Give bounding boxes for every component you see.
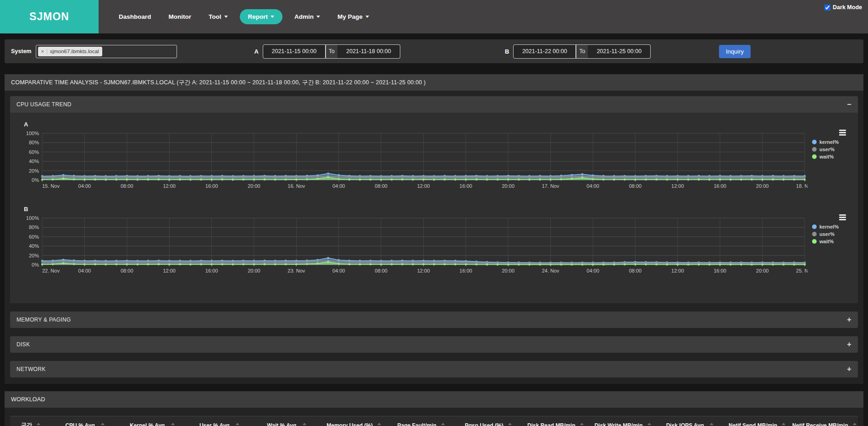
column-header-user-avg[interactable]: User % Avg. <box>186 422 253 426</box>
sort-icon[interactable] <box>647 423 651 426</box>
legend-item-kernel[interactable]: kernel% <box>812 139 854 145</box>
y-axis-label: 0% <box>32 177 39 183</box>
column-header-pgsp-used[interactable]: Pgsp Used (%) <box>454 422 522 426</box>
panel-header[interactable]: MEMORY & PAGING+ <box>10 311 858 328</box>
chart-menu-icon[interactable] <box>839 214 846 220</box>
range-a-label: A <box>254 48 258 55</box>
y-axis-label: 80% <box>29 140 39 145</box>
legend-label: wait% <box>819 239 834 244</box>
sort-icon[interactable] <box>101 423 105 426</box>
nav-item-my-page[interactable]: My Page <box>332 9 375 24</box>
column-header-disk-write-mbmin[interactable]: Disk Write MB/min <box>589 422 657 426</box>
cpu-chart-a[interactable]: 0%20%40%60%80%100%15. Nov04:0008:0012:00… <box>10 129 858 198</box>
expand-icon[interactable]: + <box>847 316 851 323</box>
column-header-disk-read-mbmin[interactable]: Disk Read MB/min <box>522 422 589 426</box>
expand-icon[interactable]: + <box>847 341 851 348</box>
system-select[interactable]: × sjmon67.ibmkts.local <box>36 45 177 58</box>
legend-dot-icon <box>812 239 817 244</box>
y-axis-label: 0% <box>32 262 39 268</box>
range-a-from-input[interactable] <box>263 44 326 59</box>
nav-item-label: Report <box>248 13 268 20</box>
cpu-usage-trend-header[interactable]: CPU USAGE TREND − <box>10 96 858 113</box>
y-axis-label: 20% <box>29 253 39 258</box>
range-a-to-input[interactable] <box>337 44 400 59</box>
nav-item-monitor[interactable]: Monitor <box>163 9 197 24</box>
system-label: System <box>11 48 31 55</box>
column-header-cpu-avg[interactable]: CPU % Avg. <box>51 422 119 426</box>
panel-header[interactable]: DISK+ <box>10 336 858 353</box>
sort-icon[interactable] <box>580 423 584 426</box>
column-header-netif-send-mbmin[interactable]: Netif Send MB/min <box>724 422 791 426</box>
sort-icon[interactable] <box>508 423 512 426</box>
sort-icon[interactable] <box>236 423 239 426</box>
legend-item-wait[interactable]: wait% <box>812 239 854 244</box>
inquiry-button[interactable]: Inquiry <box>719 45 751 58</box>
range-b-from-input[interactable] <box>513 44 576 59</box>
app-logo[interactable]: SJMON <box>0 0 99 33</box>
x-axis-label: 20:00 <box>756 183 769 189</box>
sort-icon[interactable] <box>710 423 713 426</box>
x-axis-label: 16:00 <box>459 183 472 189</box>
column-header-netif-receive-mbmin[interactable]: Netif Receive MB/min <box>791 422 858 426</box>
cpu-usage-trend-body: A 0%20%40%60%80%100%15. Nov04:0008:0012:… <box>10 113 858 303</box>
sort-icon[interactable] <box>441 423 445 426</box>
column-header-구간[interactable]: 구간 <box>10 421 51 426</box>
y-axis-label: 40% <box>29 158 39 164</box>
column-header-kernel-avg[interactable]: Kernel % Avg. <box>119 422 186 426</box>
sort-icon[interactable] <box>303 423 306 426</box>
sort-icon[interactable] <box>37 423 40 426</box>
dark-mode-checkbox[interactable] <box>824 5 830 11</box>
panel-header[interactable]: NETWORK+ <box>10 361 858 377</box>
nav-item-report[interactable]: Report <box>240 9 283 24</box>
column-header-label: Page Fault/min <box>398 422 437 426</box>
y-axis-label: 60% <box>29 234 39 240</box>
column-header-label: Disk Read MB/min <box>527 422 575 426</box>
x-axis-label: 08:00 <box>375 183 387 189</box>
nav-item-dashboard[interactable]: Dashboard <box>113 9 157 24</box>
sort-icon[interactable] <box>377 423 381 426</box>
column-header-label: Netif Send MB/min <box>729 422 777 426</box>
x-axis-label: 08:00 <box>629 183 642 189</box>
x-axis-label: 20:00 <box>502 183 515 189</box>
x-axis-label: 12:00 <box>163 183 176 189</box>
legend-label: wait% <box>819 154 834 159</box>
collapse-icon[interactable]: − <box>847 101 851 108</box>
column-header-memory-used[interactable]: Memory Used (%) <box>320 422 387 426</box>
legend-item-kernel[interactable]: kernel% <box>812 224 854 229</box>
x-axis-label: 16. Nov <box>287 183 305 189</box>
legend-item-user[interactable]: user% <box>812 147 854 152</box>
legend-item-wait[interactable]: wait% <box>812 154 854 159</box>
dark-mode-toggle[interactable]: Dark Mode <box>824 4 862 11</box>
sort-icon[interactable] <box>853 423 857 426</box>
legend-item-user[interactable]: user% <box>812 231 854 237</box>
x-axis-label: 16:00 <box>459 268 472 273</box>
column-header-label: Kernel % Avg. <box>130 422 166 426</box>
sort-icon[interactable] <box>782 423 785 426</box>
cpu-chart-b[interactable]: 0%20%40%60%80%100%22. Nov04:0008:0012:00… <box>10 213 858 283</box>
x-axis-label: 16:00 <box>205 183 218 189</box>
column-header-label: CPU % Avg. <box>65 422 96 426</box>
x-axis-label: 24. Nov <box>542 268 559 273</box>
y-axis-label: 100% <box>26 215 39 221</box>
nav-item-label: Admin <box>294 13 314 20</box>
y-axis-label: 80% <box>29 224 39 230</box>
column-header-page-faultmin[interactable]: Page Fault/min <box>387 422 455 426</box>
x-axis-label: 16:00 <box>205 268 218 273</box>
range-b-to-input[interactable] <box>588 44 651 59</box>
x-axis-label: 08:00 <box>629 268 642 273</box>
sort-icon[interactable] <box>171 423 175 426</box>
tag-remove-icon[interactable]: × <box>38 49 47 54</box>
column-header-wait-avg[interactable]: Wait % Avg. <box>253 422 321 426</box>
nav-item-admin[interactable]: Admin <box>289 9 326 24</box>
chart-menu-icon[interactable] <box>839 130 846 136</box>
x-axis-label: 23. Nov <box>287 268 305 273</box>
expand-icon[interactable]: + <box>847 366 851 373</box>
cpu-usage-trend-panel: CPU USAGE TREND − A 0%20%40%60%80%100%15… <box>10 96 858 303</box>
cpu-usage-trend-title: CPU USAGE TREND <box>17 101 72 108</box>
column-header-disk-iops-avg[interactable]: Disk IOPS Avg. <box>656 422 724 426</box>
workload-table: 구간CPU % Avg.Kernel % Avg.User % Avg.Wait… <box>10 416 858 426</box>
dark-mode-label: Dark Mode <box>833 4 862 11</box>
chart-a-label: A <box>24 121 858 128</box>
nav-item-tool[interactable]: Tool <box>203 9 233 24</box>
y-axis-label: 40% <box>29 243 39 249</box>
